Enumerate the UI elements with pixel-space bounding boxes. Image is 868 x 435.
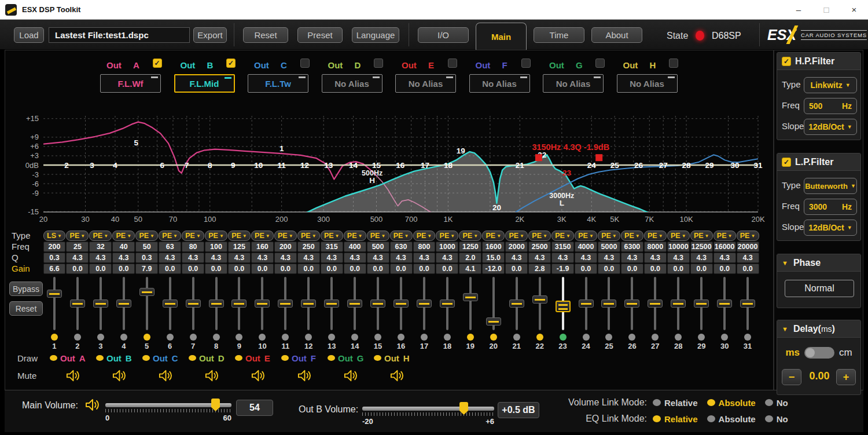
channel-e-alias-field[interactable]: No Alias	[395, 74, 456, 93]
band-4-slider-handle[interactable]	[116, 299, 131, 308]
band-7-q-cell[interactable]: 4.3	[182, 253, 204, 263]
hp-freq-field[interactable]: 500Hz	[804, 98, 857, 114]
lp-slope-select[interactable]: 12dB/Oct▼	[804, 220, 857, 236]
band-30-gain-cell[interactable]: 0.0	[713, 264, 736, 274]
band-16-slider[interactable]: 16	[389, 276, 413, 350]
chevron-down-icon[interactable]: ▼	[782, 326, 788, 332]
channel-e-checkbox[interactable]	[448, 59, 457, 68]
main-volume-slider[interactable]: 0 60	[105, 396, 231, 417]
channel-a-alias-field[interactable]: F.L.Wf	[100, 74, 161, 93]
mute-out-d-button[interactable]	[189, 368, 235, 383]
band-15-gain-cell[interactable]: 0.0	[367, 264, 389, 274]
band-20-q-cell[interactable]: 15.0	[482, 253, 505, 263]
band-25-q-cell[interactable]: 4.3	[598, 253, 620, 263]
band-6-gain-cell[interactable]: 0.0	[159, 264, 181, 274]
channel-h-alias-field[interactable]: No Alias	[617, 74, 678, 93]
file-path-field[interactable]: Lastest File:test1.dspc	[49, 27, 190, 43]
delay-minus-button[interactable]: −	[782, 369, 801, 385]
band-9-slider-handle[interactable]	[231, 299, 247, 308]
band-12-slider[interactable]: 12	[297, 276, 320, 350]
band-28-gain-cell[interactable]: 0.0	[667, 264, 690, 274]
band-8-type-select[interactable]: PE▼	[205, 231, 227, 241]
band-31-slider[interactable]: 31	[736, 276, 759, 350]
eq-link-option-relative[interactable]: Relative	[653, 414, 698, 424]
mute-out-e-button[interactable]	[235, 368, 281, 383]
delay-ms-label[interactable]: ms	[785, 347, 800, 359]
band-27-slider-handle[interactable]	[648, 299, 663, 308]
band-28-freq-cell[interactable]: 10000	[667, 242, 690, 252]
band-15-type-select[interactable]: PE▼	[367, 231, 389, 241]
channel-f-alias-field[interactable]: No Alias	[469, 74, 530, 93]
band-7-gain-cell[interactable]: 0.0	[182, 264, 204, 274]
band-28-slider-handle[interactable]	[671, 299, 686, 308]
band-5-type-select[interactable]: PE▼	[135, 231, 158, 241]
band-4-enable-dot[interactable]	[120, 334, 127, 341]
mute-out-g-button[interactable]	[328, 368, 374, 383]
band-18-slider[interactable]: 18	[436, 276, 459, 350]
mute-out-f-button[interactable]	[281, 368, 328, 383]
band-31-gain-cell[interactable]: 0.0	[737, 264, 759, 274]
band-25-freq-cell[interactable]: 5000	[598, 242, 620, 252]
band-16-q-cell[interactable]: 4.3	[390, 253, 413, 263]
band-23-slider[interactable]: 23	[551, 276, 575, 350]
band-23-type-select[interactable]: PE▼	[551, 231, 574, 241]
band-22-gain-cell[interactable]: 2.8	[528, 264, 551, 274]
band-7-enable-dot[interactable]	[190, 334, 197, 341]
chevron-down-icon[interactable]: ▼	[782, 259, 788, 266]
band-9-gain-cell[interactable]: 0.0	[228, 264, 251, 274]
band-6-type-select[interactable]: PE▼	[159, 231, 181, 241]
band-1-gain-cell[interactable]: 6.6	[43, 264, 66, 274]
band-26-freq-cell[interactable]: 6300	[621, 242, 643, 252]
band-29-q-cell[interactable]: 4.3	[690, 253, 713, 263]
band-5-freq-cell[interactable]: 50	[135, 242, 158, 252]
tab-about[interactable]: About	[591, 27, 642, 43]
band-22-q-cell[interactable]: 4.3	[528, 253, 551, 263]
band-13-gain-cell[interactable]: 0.0	[321, 264, 343, 274]
band-6-freq-cell[interactable]: 63	[159, 242, 181, 252]
band-8-slider[interactable]: 8	[205, 276, 228, 350]
maximize-button[interactable]: □	[812, 0, 840, 19]
band-30-type-select[interactable]: PE▼	[713, 231, 736, 241]
eq-link-option-no[interactable]: No	[765, 414, 788, 424]
export-button[interactable]: Export	[193, 27, 227, 43]
band-28-q-cell[interactable]: 4.3	[667, 253, 690, 263]
band-15-freq-cell[interactable]: 500	[367, 242, 389, 252]
band-12-q-cell[interactable]: 4.3	[297, 253, 320, 263]
band-11-q-cell[interactable]: 4.3	[274, 253, 297, 263]
band-5-slider[interactable]: 5	[135, 276, 159, 350]
band-14-slider[interactable]: 14	[343, 276, 366, 350]
band-18-type-select[interactable]: PE▼	[436, 231, 458, 241]
band-21-q-cell[interactable]: 4.3	[505, 253, 528, 263]
volume-link-option-absolute[interactable]: Absolute	[707, 398, 756, 408]
band-28-enable-dot[interactable]	[675, 334, 682, 341]
band-3-type-select[interactable]: PE▼	[89, 231, 112, 241]
band-14-type-select[interactable]: PE▼	[344, 231, 366, 241]
band-17-freq-cell[interactable]: 800	[413, 242, 436, 252]
band-7-freq-cell[interactable]: 80	[182, 242, 204, 252]
band-2-gain-cell[interactable]: 0.0	[66, 264, 89, 274]
band-22-type-select[interactable]: PE▼	[528, 231, 551, 241]
band-17-slider-handle[interactable]	[417, 299, 432, 308]
band-9-type-select[interactable]: PE▼	[228, 231, 251, 241]
band-28-slider[interactable]: 28	[667, 276, 690, 350]
band-21-freq-cell[interactable]: 2000	[505, 242, 528, 252]
band-29-gain-cell[interactable]: 0.0	[690, 264, 713, 274]
band-26-type-select[interactable]: PE▼	[621, 231, 643, 241]
channel-c-alias-field[interactable]: F.L.Tw	[248, 74, 308, 93]
band-24-slider[interactable]: 24	[575, 276, 598, 350]
tab-main[interactable]: Main	[476, 23, 527, 50]
outb-volume-value[interactable]: +0.5 dB	[498, 402, 539, 418]
delay-plus-button[interactable]: +	[836, 369, 856, 385]
band-29-slider-handle[interactable]	[694, 299, 709, 308]
band-10-slider[interactable]: 10	[251, 276, 274, 350]
band-16-gain-cell[interactable]: 0.0	[390, 264, 413, 274]
band-8-q-cell[interactable]: 4.3	[205, 253, 227, 263]
band-24-type-select[interactable]: PE▼	[575, 231, 597, 241]
band-14-freq-cell[interactable]: 400	[344, 242, 366, 252]
band-19-q-cell[interactable]: 2.0	[459, 253, 481, 263]
band-27-type-select[interactable]: PE▼	[644, 231, 667, 241]
band-2-type-select[interactable]: PE▼	[66, 231, 89, 241]
draw-out-e-toggle[interactable]: OutE	[235, 353, 281, 363]
band-8-slider-handle[interactable]	[209, 299, 224, 308]
band-17-q-cell[interactable]: 4.3	[413, 253, 436, 263]
